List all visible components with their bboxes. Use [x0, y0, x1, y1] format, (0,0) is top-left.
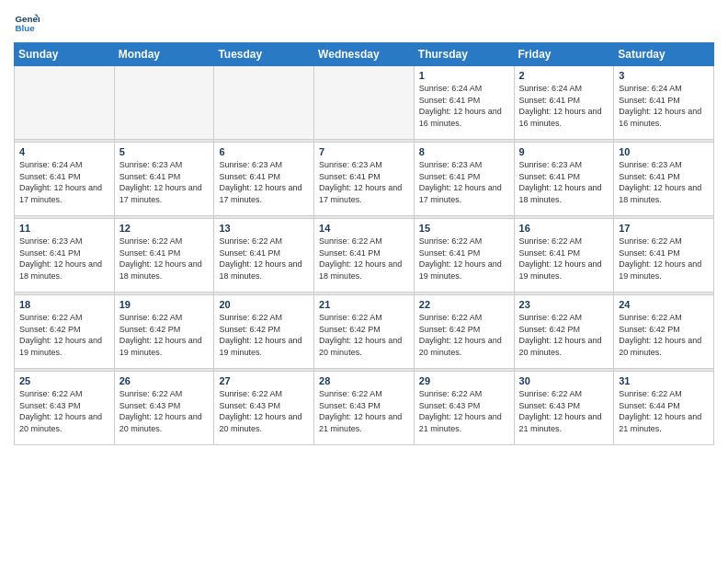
week-row-1: 1Sunrise: 6:24 AMSunset: 6:41 PMDaylight… [15, 66, 714, 140]
col-header-thursday: Thursday [414, 43, 514, 66]
day-info: Sunrise: 6:22 AMSunset: 6:41 PMDaylight:… [119, 236, 210, 282]
day-info: Sunrise: 6:22 AMSunset: 6:43 PMDaylight:… [119, 388, 210, 434]
day-info: Sunrise: 6:22 AMSunset: 6:42 PMDaylight:… [519, 312, 609, 358]
day-cell: 31Sunrise: 6:22 AMSunset: 6:44 PMDayligh… [614, 372, 714, 445]
day-info: Sunrise: 6:22 AMSunset: 6:42 PMDaylight:… [419, 312, 509, 358]
day-info: Sunrise: 6:22 AMSunset: 6:43 PMDaylight:… [319, 388, 409, 434]
day-info: Sunrise: 6:24 AMSunset: 6:41 PMDaylight:… [19, 159, 109, 205]
day-info: Sunrise: 6:23 AMSunset: 6:41 PMDaylight:… [519, 159, 609, 205]
day-number: 9 [519, 146, 609, 157]
day-info: Sunrise: 6:22 AMSunset: 6:41 PMDaylight:… [419, 236, 509, 282]
day-number: 20 [219, 299, 309, 310]
day-number: 24 [619, 299, 709, 310]
day-cell: 2Sunrise: 6:24 AMSunset: 6:41 PMDaylight… [514, 66, 614, 140]
day-cell: 1Sunrise: 6:24 AMSunset: 6:41 PMDaylight… [414, 66, 514, 140]
day-info: Sunrise: 6:22 AMSunset: 6:41 PMDaylight:… [219, 236, 309, 282]
day-info: Sunrise: 6:22 AMSunset: 6:42 PMDaylight:… [319, 312, 409, 358]
day-number: 31 [619, 375, 709, 386]
day-info: Sunrise: 6:22 AMSunset: 6:42 PMDaylight:… [119, 312, 210, 358]
day-info: Sunrise: 6:22 AMSunset: 6:42 PMDaylight:… [219, 312, 309, 358]
day-cell: 17Sunrise: 6:22 AMSunset: 6:41 PMDayligh… [614, 219, 714, 293]
day-number: 26 [119, 375, 210, 386]
col-header-sunday: Sunday [15, 43, 115, 66]
day-info: Sunrise: 6:22 AMSunset: 6:42 PMDaylight:… [19, 312, 109, 358]
day-info: Sunrise: 6:24 AMSunset: 6:41 PMDaylight:… [619, 83, 709, 129]
day-number: 17 [619, 223, 709, 234]
day-number: 11 [19, 223, 109, 234]
day-cell: 5Sunrise: 6:23 AMSunset: 6:41 PMDaylight… [114, 143, 214, 216]
day-cell: 11Sunrise: 6:23 AMSunset: 6:41 PMDayligh… [15, 219, 115, 293]
day-number: 8 [419, 146, 509, 157]
day-info: Sunrise: 6:23 AMSunset: 6:41 PMDaylight:… [319, 159, 409, 205]
day-cell: 8Sunrise: 6:23 AMSunset: 6:41 PMDaylight… [414, 143, 514, 216]
logo: General Blue [14, 9, 43, 35]
col-header-tuesday: Tuesday [214, 43, 314, 66]
col-header-monday: Monday [114, 43, 214, 66]
day-number: 15 [419, 223, 509, 234]
day-cell: 27Sunrise: 6:22 AMSunset: 6:43 PMDayligh… [214, 372, 314, 445]
day-cell: 13Sunrise: 6:22 AMSunset: 6:41 PMDayligh… [214, 219, 314, 293]
day-cell: 24Sunrise: 6:22 AMSunset: 6:42 PMDayligh… [614, 295, 714, 369]
day-number: 23 [519, 299, 609, 310]
day-info: Sunrise: 6:22 AMSunset: 6:43 PMDaylight:… [519, 388, 609, 434]
day-cell: 25Sunrise: 6:22 AMSunset: 6:43 PMDayligh… [15, 372, 115, 445]
day-cell: 6Sunrise: 6:23 AMSunset: 6:41 PMDaylight… [214, 143, 314, 216]
day-cell [214, 66, 314, 140]
day-info: Sunrise: 6:24 AMSunset: 6:41 PMDaylight:… [419, 83, 509, 129]
day-cell [314, 66, 415, 140]
day-info: Sunrise: 6:23 AMSunset: 6:41 PMDaylight:… [119, 159, 210, 205]
day-cell: 23Sunrise: 6:22 AMSunset: 6:42 PMDayligh… [514, 295, 614, 369]
day-number: 21 [319, 299, 409, 310]
day-cell: 10Sunrise: 6:23 AMSunset: 6:41 PMDayligh… [614, 143, 714, 216]
day-info: Sunrise: 6:22 AMSunset: 6:44 PMDaylight:… [619, 388, 709, 434]
day-cell: 29Sunrise: 6:22 AMSunset: 6:43 PMDayligh… [414, 372, 514, 445]
col-header-wednesday: Wednesday [314, 43, 415, 66]
day-cell: 22Sunrise: 6:22 AMSunset: 6:42 PMDayligh… [414, 295, 514, 369]
day-cell: 28Sunrise: 6:22 AMSunset: 6:43 PMDayligh… [314, 372, 415, 445]
day-info: Sunrise: 6:24 AMSunset: 6:41 PMDaylight:… [519, 83, 609, 129]
col-header-friday: Friday [514, 43, 614, 66]
logo-icon: General Blue [14, 9, 40, 35]
day-info: Sunrise: 6:22 AMSunset: 6:42 PMDaylight:… [619, 312, 709, 358]
day-info: Sunrise: 6:23 AMSunset: 6:41 PMDaylight:… [19, 236, 109, 282]
day-number: 27 [219, 375, 309, 386]
day-info: Sunrise: 6:22 AMSunset: 6:43 PMDaylight:… [19, 388, 109, 434]
day-cell [114, 66, 214, 140]
svg-text:Blue: Blue [15, 23, 35, 33]
day-number: 4 [19, 146, 109, 157]
day-info: Sunrise: 6:22 AMSunset: 6:41 PMDaylight:… [619, 236, 709, 282]
day-cell: 19Sunrise: 6:22 AMSunset: 6:42 PMDayligh… [114, 295, 214, 369]
day-info: Sunrise: 6:23 AMSunset: 6:41 PMDaylight:… [619, 159, 709, 205]
day-cell: 9Sunrise: 6:23 AMSunset: 6:41 PMDaylight… [514, 143, 614, 216]
day-cell: 12Sunrise: 6:22 AMSunset: 6:41 PMDayligh… [114, 219, 214, 293]
day-number: 18 [19, 299, 109, 310]
day-cell: 30Sunrise: 6:22 AMSunset: 6:43 PMDayligh… [514, 372, 614, 445]
calendar-header-row: SundayMondayTuesdayWednesdayThursdayFrid… [15, 43, 714, 66]
day-number: 12 [119, 223, 210, 234]
day-info: Sunrise: 6:23 AMSunset: 6:41 PMDaylight:… [219, 159, 309, 205]
day-number: 19 [119, 299, 210, 310]
day-cell: 26Sunrise: 6:22 AMSunset: 6:43 PMDayligh… [114, 372, 214, 445]
day-cell: 21Sunrise: 6:22 AMSunset: 6:42 PMDayligh… [314, 295, 415, 369]
day-number: 25 [19, 375, 109, 386]
day-number: 6 [219, 146, 309, 157]
day-info: Sunrise: 6:22 AMSunset: 6:43 PMDaylight:… [219, 388, 309, 434]
day-cell: 14Sunrise: 6:22 AMSunset: 6:41 PMDayligh… [314, 219, 415, 293]
day-info: Sunrise: 6:22 AMSunset: 6:43 PMDaylight:… [419, 388, 509, 434]
week-row-5: 25Sunrise: 6:22 AMSunset: 6:43 PMDayligh… [15, 372, 714, 445]
week-row-4: 18Sunrise: 6:22 AMSunset: 6:42 PMDayligh… [15, 295, 714, 369]
day-info: Sunrise: 6:22 AMSunset: 6:41 PMDaylight:… [319, 236, 409, 282]
day-cell: 3Sunrise: 6:24 AMSunset: 6:41 PMDaylight… [614, 66, 714, 140]
day-number: 16 [519, 223, 609, 234]
day-number: 7 [319, 146, 409, 157]
day-cell: 7Sunrise: 6:23 AMSunset: 6:41 PMDaylight… [314, 143, 415, 216]
day-number: 10 [619, 146, 709, 157]
day-info: Sunrise: 6:22 AMSunset: 6:41 PMDaylight:… [519, 236, 609, 282]
day-number: 22 [419, 299, 509, 310]
day-number: 13 [219, 223, 309, 234]
day-number: 14 [319, 223, 409, 234]
day-info: Sunrise: 6:23 AMSunset: 6:41 PMDaylight:… [419, 159, 509, 205]
day-number: 3 [619, 70, 709, 81]
day-number: 2 [519, 70, 609, 81]
calendar-table: SundayMondayTuesdayWednesdayThursdayFrid… [14, 42, 714, 445]
